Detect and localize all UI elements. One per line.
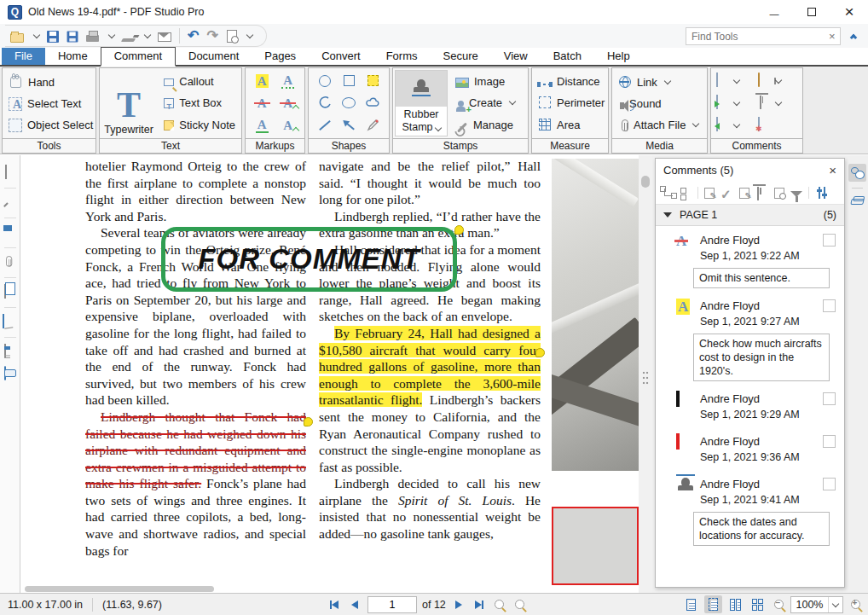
tab-pages[interactable]: Pages xyxy=(252,48,309,65)
preview-icon[interactable] xyxy=(227,30,237,43)
panel-splitter-handle[interactable] xyxy=(642,370,649,386)
print-chevron-icon[interactable] xyxy=(108,31,115,38)
continuous-view-button[interactable] xyxy=(704,595,722,613)
comment-checkbox[interactable] xyxy=(823,478,836,490)
comment-checkbox[interactable] xyxy=(823,234,836,247)
comment-checkbox[interactable] xyxy=(823,435,836,448)
attachments-panel-button[interactable] xyxy=(3,255,18,270)
collapse-group-icon[interactable] xyxy=(663,212,672,218)
typewriter-button[interactable]: T Typewriter xyxy=(100,68,158,138)
filter-comments-icon[interactable] xyxy=(790,191,802,197)
expand-tree-icon[interactable] xyxy=(664,189,673,196)
text-box-button[interactable]: Text Box xyxy=(158,96,241,110)
reply-comment-icon[interactable] xyxy=(704,188,715,199)
comment-item[interactable]: Andre Floyd Sep 1, 2021 9:29 AM xyxy=(656,385,844,427)
undo-icon[interactable]: ↶ xyxy=(188,29,199,43)
signatures-panel-button[interactable] xyxy=(3,315,18,330)
square-shape-icon[interactable] xyxy=(344,75,355,86)
delete-comment-icon[interactable] xyxy=(757,187,759,200)
callout-button[interactable]: Callout xyxy=(158,74,241,89)
find-tools-input[interactable] xyxy=(686,31,829,43)
select-text-button[interactable]: Select Text xyxy=(3,96,95,112)
delete-comments-button[interactable] xyxy=(758,96,798,111)
vertical-scrollbar[interactable] xyxy=(639,155,652,593)
print-icon[interactable] xyxy=(86,35,99,42)
tab-view[interactable]: View xyxy=(491,48,541,65)
signatures-panel-toggle-button[interactable] xyxy=(848,194,866,212)
comment-item[interactable]: A Andre Floyd Sep 1, 2021 9:22 AM Omit t… xyxy=(656,226,844,292)
highlight-text-icon[interactable]: A xyxy=(256,74,269,88)
destinations-panel-button[interactable] xyxy=(3,285,18,300)
zoom-in-button[interactable]: + xyxy=(848,597,863,612)
page-group-header[interactable]: PAGE 1 (5) xyxy=(656,205,844,226)
horizontal-scrollbar-thumb[interactable] xyxy=(25,586,214,592)
previous-page-button[interactable] xyxy=(347,597,362,612)
arc-shape-icon[interactable] xyxy=(319,96,332,109)
arrow-shape-icon[interactable] xyxy=(344,120,355,130)
area-tool-button[interactable]: Area xyxy=(532,117,608,132)
next-page-button[interactable] xyxy=(451,597,466,612)
facing-view-button[interactable] xyxy=(726,595,744,613)
tab-batch[interactable]: Batch xyxy=(541,48,594,65)
minimize-button[interactable] xyxy=(755,0,793,24)
tags-panel-button[interactable] xyxy=(3,367,18,382)
close-panel-icon[interactable]: × xyxy=(829,163,836,177)
maximize-button[interactable] xyxy=(793,0,830,24)
tab-comment[interactable]: Comment xyxy=(101,47,176,67)
thumbnails-panel-button[interactable] xyxy=(3,165,18,181)
comment-item[interactable]: Andre Floyd Sep 1, 2021 9:41 AM Check th… xyxy=(656,470,844,549)
tab-secure[interactable]: Secure xyxy=(431,48,491,65)
last-page-button[interactable] xyxy=(472,597,487,612)
link-button[interactable]: Link xyxy=(612,74,707,90)
bookmarks-panel-button[interactable] xyxy=(3,195,18,211)
zoom-level-control[interactable]: 100% xyxy=(790,596,843,613)
create-stamp-button[interactable]: Create xyxy=(449,96,528,110)
tab-home[interactable]: Home xyxy=(45,48,101,65)
object-select-button[interactable]: Object Select xyxy=(3,118,95,133)
import-comments-button[interactable] xyxy=(716,118,756,133)
comments-panel-toggle-button[interactable] xyxy=(848,164,866,182)
sticky-note-marker-icon[interactable] xyxy=(454,225,464,235)
vertical-scrollbar-thumb[interactable] xyxy=(641,176,650,188)
sound-button[interactable]: Sound xyxy=(612,96,707,111)
perimeter-tool-button[interactable]: Perimeter xyxy=(532,95,608,110)
format-painter-button[interactable] xyxy=(758,73,798,89)
cloud-shape-icon[interactable] xyxy=(366,97,380,107)
image-stamp-button[interactable]: Image xyxy=(449,74,528,89)
manage-stamps-button[interactable]: Manage xyxy=(449,118,528,132)
comment-note[interactable]: Check how much aircrafts cost to design … xyxy=(693,334,830,381)
squiggly-underline-icon[interactable]: A xyxy=(281,73,294,89)
insert-text-icon[interactable]: A xyxy=(281,119,294,132)
layers-panel-button[interactable] xyxy=(3,345,18,360)
next-view-icon[interactable] xyxy=(512,597,528,612)
comment-item[interactable]: Andre Floyd Sep 1, 2021 9:36 AM xyxy=(656,427,844,470)
comment-checkbox[interactable] xyxy=(823,299,836,312)
ellipse-shape-icon[interactable] xyxy=(342,97,356,108)
flags-panel-button[interactable] xyxy=(3,225,18,241)
underline-text-icon[interactable]: A xyxy=(256,118,269,133)
facing-continuous-view-button[interactable] xyxy=(749,595,767,613)
collapse-ribbon-button[interactable] xyxy=(849,30,861,42)
previous-view-icon[interactable] xyxy=(492,597,507,612)
tab-help[interactable]: Help xyxy=(594,48,643,65)
edit-comment-icon[interactable] xyxy=(739,188,749,199)
scan-icon[interactable] xyxy=(121,38,136,42)
tab-file[interactable]: File xyxy=(2,48,45,65)
save-icon[interactable] xyxy=(47,31,59,43)
sticky-note-marker-icon[interactable] xyxy=(304,417,313,426)
tab-document[interactable]: Document xyxy=(176,48,252,65)
replace-text-icon[interactable]: A xyxy=(281,96,294,110)
tab-convert[interactable]: Convert xyxy=(309,48,373,65)
page-number-input[interactable] xyxy=(367,596,417,613)
close-button[interactable] xyxy=(830,0,868,24)
highlight-area-icon[interactable] xyxy=(367,75,379,86)
find-clear-icon[interactable]: × xyxy=(829,30,841,43)
export-comments-button[interactable] xyxy=(716,96,756,111)
sticky-note-button[interactable]: Sticky Note xyxy=(158,118,241,132)
rubber-stamp-button[interactable]: Rubber Stamp xyxy=(395,70,448,136)
attach-file-button[interactable]: Attach File xyxy=(612,118,707,132)
zoom-dropdown-button[interactable] xyxy=(828,597,842,612)
sticky-note-marker-icon[interactable] xyxy=(535,348,545,357)
strikethrough-text-icon[interactable]: A xyxy=(256,96,269,110)
zoom-out-button[interactable]: − xyxy=(771,597,786,612)
